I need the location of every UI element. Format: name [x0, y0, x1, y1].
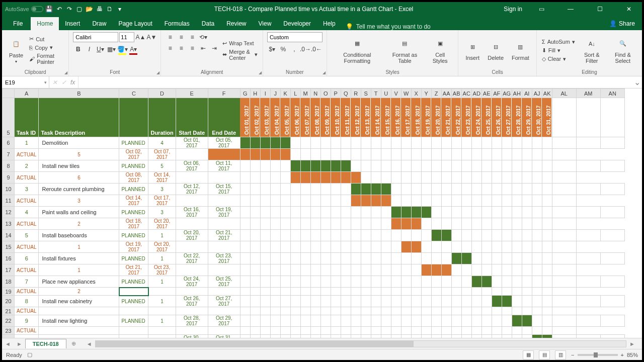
- gantt-cell[interactable]: [280, 335, 290, 338]
- gantt-cell[interactable]: [280, 315, 290, 327]
- row-header[interactable]: 15: [3, 241, 15, 253]
- gantt-cell[interactable]: [300, 276, 310, 288]
- end-date-cell[interactable]: Oct 20, 2017: [148, 218, 176, 230]
- autosave-toggle[interactable]: AutoSave: [5, 6, 43, 12]
- cell[interactable]: [542, 218, 552, 230]
- cell[interactable]: [576, 296, 600, 307]
- cell[interactable]: [552, 327, 576, 335]
- zoom-slider[interactable]: [578, 354, 618, 356]
- cell[interactable]: [576, 335, 600, 338]
- gantt-cell[interactable]: [320, 241, 331, 253]
- gantt-cell[interactable]: [351, 276, 361, 288]
- end-date-cell[interactable]: Oct 19, 2017: [208, 207, 240, 218]
- gantt-cell[interactable]: [341, 264, 351, 276]
- font-name-input[interactable]: [73, 32, 118, 42]
- task-desc-cell[interactable]: Paint walls and ceiling: [39, 207, 119, 218]
- gantt-cell[interactable]: [481, 230, 492, 241]
- row-header[interactable]: 22: [3, 315, 15, 327]
- gantt-cell[interactable]: [522, 137, 532, 149]
- gantt-cell[interactable]: [300, 288, 310, 296]
- gantt-cell[interactable]: [421, 230, 431, 241]
- cell[interactable]: [532, 307, 542, 315]
- cell[interactable]: [532, 241, 542, 253]
- row-header[interactable]: 16: [3, 253, 15, 264]
- font-size-input[interactable]: [119, 32, 134, 42]
- gantt-cell[interactable]: [371, 307, 381, 315]
- zoom-level[interactable]: 85%: [627, 352, 638, 358]
- start-date-cell[interactable]: Oct 26, 2017: [176, 296, 208, 307]
- gantt-cell[interactable]: [300, 195, 310, 207]
- task-id-cell[interactable]: 8: [15, 296, 39, 307]
- gantt-cell[interactable]: [492, 230, 502, 241]
- align-top-icon[interactable]: ≡: [165, 32, 175, 42]
- fx-icon[interactable]: fx: [70, 79, 75, 86]
- gantt-cell[interactable]: [240, 195, 250, 207]
- gantt-cell[interactable]: [381, 276, 391, 288]
- end-date-cell[interactable]: Oct 17, 2017: [148, 195, 176, 207]
- col-header[interactable]: Y: [421, 89, 431, 98]
- gantt-cell[interactable]: [331, 207, 341, 218]
- gantt-cell[interactable]: [381, 315, 391, 327]
- gantt-cell[interactable]: [341, 241, 351, 253]
- name-box[interactable]: E19: [2, 76, 49, 88]
- gantt-cell[interactable]: [471, 264, 481, 276]
- gantt-cell[interactable]: [431, 288, 441, 296]
- gantt-cell[interactable]: [270, 172, 280, 184]
- gantt-cell[interactable]: [260, 315, 270, 327]
- col-header[interactable]: H: [250, 89, 260, 98]
- gantt-cell[interactable]: [290, 307, 300, 315]
- end-date-cell[interactable]: Oct 25, 2017: [208, 276, 240, 288]
- gantt-cell[interactable]: [441, 253, 451, 264]
- gantt-cell[interactable]: [391, 241, 401, 253]
- gantt-cell[interactable]: [502, 230, 512, 241]
- row-header[interactable]: 7: [3, 149, 15, 160]
- task-id-cell[interactable]: 3: [15, 184, 39, 195]
- cell[interactable]: [552, 288, 576, 296]
- end-date-cell[interactable]: Oct 23, 2017: [148, 264, 176, 276]
- gantt-cell[interactable]: [341, 184, 351, 195]
- gantt-cell[interactable]: [361, 241, 371, 253]
- gantt-cell[interactable]: [451, 253, 461, 264]
- undo-icon[interactable]: ↶: [55, 5, 63, 13]
- gantt-cell[interactable]: [371, 315, 381, 327]
- gantt-cell[interactable]: [371, 207, 381, 218]
- gantt-cell[interactable]: [361, 335, 371, 338]
- gantt-cell[interactable]: [431, 253, 441, 264]
- gantt-cell[interactable]: [512, 253, 522, 264]
- gantt-cell[interactable]: [401, 335, 411, 338]
- gantt-cell[interactable]: [250, 230, 260, 241]
- gantt-cell[interactable]: [300, 315, 310, 327]
- tab-formulas[interactable]: Formulas: [158, 17, 196, 30]
- tab-page-layout[interactable]: Page Layout: [112, 17, 158, 30]
- gantt-cell[interactable]: [351, 230, 361, 241]
- gantt-cell[interactable]: [260, 253, 270, 264]
- gantt-cell[interactable]: [290, 230, 300, 241]
- gantt-cell[interactable]: [411, 241, 421, 253]
- gantt-cell[interactable]: [341, 218, 351, 230]
- gantt-cell[interactable]: [522, 149, 532, 160]
- end-date-cell[interactable]: Oct 07, 2017: [148, 149, 176, 160]
- gantt-cell[interactable]: [331, 276, 341, 288]
- gantt-cell[interactable]: [431, 327, 441, 335]
- cell[interactable]: [552, 264, 576, 276]
- gantt-cell[interactable]: [441, 137, 451, 149]
- gantt-cell[interactable]: [341, 307, 351, 315]
- start-date-cell[interactable]: [119, 307, 148, 315]
- fill-color-button[interactable]: 🪣▾: [117, 44, 127, 54]
- gantt-cell[interactable]: [270, 276, 280, 288]
- gantt-cell[interactable]: [240, 253, 250, 264]
- gantt-cell[interactable]: [270, 184, 280, 195]
- col-header[interactable]: AJ: [532, 89, 542, 98]
- gantt-cell[interactable]: [280, 296, 290, 307]
- gantt-cell[interactable]: [300, 184, 310, 195]
- cell[interactable]: [552, 218, 576, 230]
- task-desc-cell[interactable]: Reroute current plumbing: [39, 184, 119, 195]
- gantt-cell[interactable]: [461, 218, 471, 230]
- format-painter-button[interactable]: 🖌 Format Painter: [28, 52, 64, 65]
- gantt-cell[interactable]: [451, 137, 461, 149]
- end-date-cell[interactable]: [148, 288, 176, 296]
- col-header[interactable]: AH: [512, 89, 522, 98]
- gantt-cell[interactable]: [512, 276, 522, 288]
- share-button[interactable]: 👤 Share: [602, 17, 642, 30]
- paste-button[interactable]: 📋 Paste▾: [6, 32, 26, 68]
